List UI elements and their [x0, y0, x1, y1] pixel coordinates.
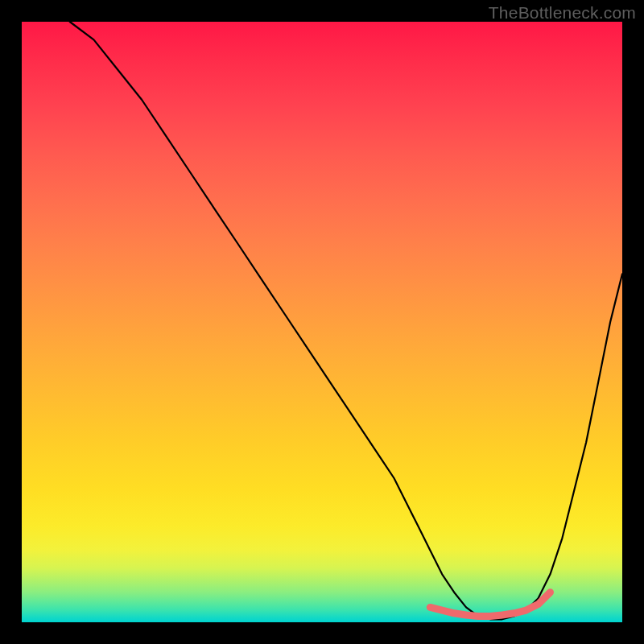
bottleneck-curve: [70, 22, 622, 619]
gradient-plot-area: [22, 22, 622, 622]
watermark-label: TheBottleneck.com: [489, 3, 636, 23]
optimal-highlight: [430, 592, 550, 617]
chart-frame: TheBottleneck.com: [0, 0, 644, 644]
bottleneck-curve-svg: [22, 22, 622, 622]
